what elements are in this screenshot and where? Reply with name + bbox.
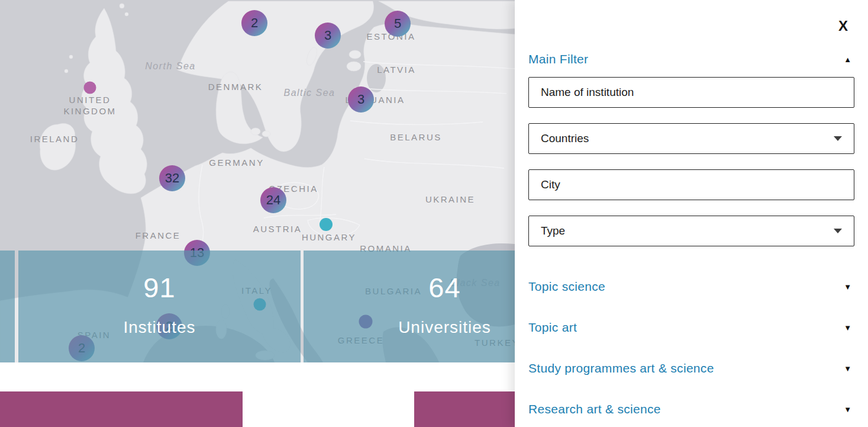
chevron-down-icon[interactable]: ▼ <box>844 282 851 291</box>
section-study-programmes[interactable]: Study programmes art & science ▼ <box>528 360 851 377</box>
map-sea-label: Baltic Sea <box>283 88 335 98</box>
map-country-label: GERMANY <box>209 157 264 168</box>
map-country-label: DENMARK <box>208 81 263 92</box>
map-country-label: BELARUS <box>390 131 442 143</box>
map-country-label: AUSTRIA <box>253 223 302 235</box>
map-country-label: LATVIA <box>377 64 416 75</box>
map-dot-marker[interactable] <box>84 82 96 94</box>
map-country-label: IRELAND <box>30 133 79 145</box>
countries-select-value: Countries <box>541 132 589 145</box>
chevron-down-icon[interactable]: ▼ <box>844 405 851 414</box>
chevron-down-icon[interactable]: ▼ <box>844 323 851 332</box>
stat-label: Institutes <box>18 317 301 338</box>
main-filter-row[interactable]: Main Filter ▲ <box>528 51 851 68</box>
app-window: North SeaBaltic SeaBlack SeaUNITED KINGD… <box>0 0 868 427</box>
main-filter-toggle[interactable]: Main Filter <box>528 52 588 66</box>
cluster-marker[interactable]: 3 <box>348 86 374 113</box>
bottom-card-left[interactable] <box>0 391 243 427</box>
cluster-marker[interactable]: 5 <box>385 11 411 37</box>
cluster-marker[interactable]: 24 <box>260 187 286 213</box>
stat-value: 91 <box>18 271 301 304</box>
cluster-marker[interactable]: 3 <box>315 23 341 49</box>
section-link[interactable]: Topic art <box>528 320 577 335</box>
cluster-marker[interactable]: 32 <box>159 165 185 191</box>
map-country-label: FRANCE <box>135 230 181 241</box>
map-dot-marker[interactable] <box>320 218 333 231</box>
close-button[interactable]: X <box>838 19 848 33</box>
chevron-down-icon <box>834 136 842 141</box>
chevron-down-icon <box>834 229 842 233</box>
section-link[interactable]: Study programmes art & science <box>528 361 714 375</box>
map-country-label: UNITED KINGDOM <box>63 94 116 117</box>
section-link[interactable]: Topic science <box>528 280 605 294</box>
chevron-up-icon[interactable]: ▲ <box>844 55 851 64</box>
map-country-label: HUNGARY <box>302 232 356 243</box>
name-of-institution-input[interactable] <box>528 77 854 108</box>
type-select[interactable]: Type <box>528 216 854 246</box>
stats-card-partial[interactable] <box>0 251 15 362</box>
countries-select[interactable]: Countries <box>528 123 854 154</box>
section-link[interactable]: Research art & science <box>528 402 661 416</box>
map-sea-label: North Sea <box>145 61 196 72</box>
stats-card-institutes[interactable]: 91 Institutes <box>18 251 301 362</box>
filter-panel: X Main Filter ▲ Countries Type Topic sci… <box>515 0 868 427</box>
map-country-label: UKRAINE <box>425 194 475 205</box>
chevron-down-icon[interactable]: ▼ <box>844 364 851 373</box>
type-select-value: Type <box>541 224 565 237</box>
section-topic-art[interactable]: Topic art ▼ <box>528 319 851 336</box>
section-topic-science[interactable]: Topic science ▼ <box>528 278 851 295</box>
city-input[interactable] <box>528 169 854 200</box>
section-research[interactable]: Research art & science ▼ <box>528 401 851 418</box>
cluster-marker[interactable]: 2 <box>241 10 267 36</box>
